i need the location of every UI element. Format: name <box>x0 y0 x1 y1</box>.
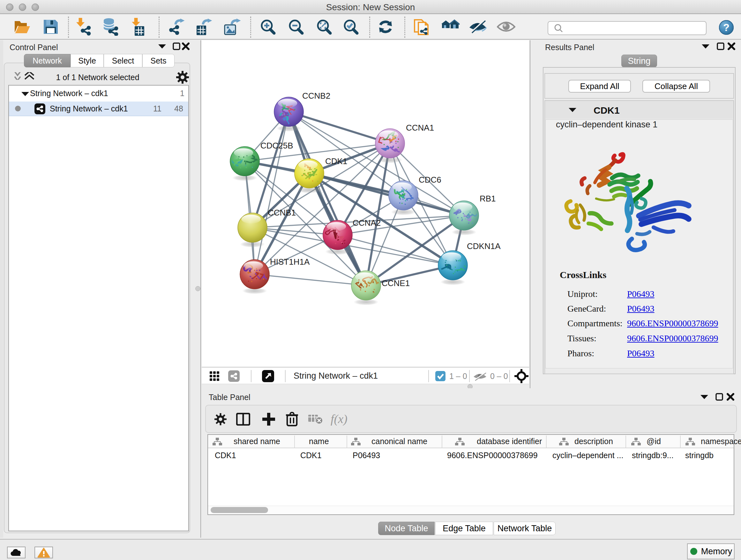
svg-text:CDC25B: CDC25B <box>260 141 293 150</box>
svg-text:CDKN1A: CDKN1A <box>467 241 501 251</box>
svg-text:CDC6: CDC6 <box>419 175 441 185</box>
svg-text:CDK1: CDK1 <box>325 157 347 166</box>
svg-text:HIST1H1A: HIST1H1A <box>270 257 310 266</box>
svg-text:CCNE1: CCNE1 <box>382 278 410 288</box>
svg-text:CCNB2: CCNB2 <box>302 91 330 101</box>
svg-text:CCNB1: CCNB1 <box>268 208 296 217</box>
svg-text:?: ? <box>723 22 730 33</box>
svg-text:RB1: RB1 <box>480 194 496 203</box>
svg-text:CCNA1: CCNA1 <box>406 123 434 132</box>
svg-text:CCNA2: CCNA2 <box>353 218 381 228</box>
